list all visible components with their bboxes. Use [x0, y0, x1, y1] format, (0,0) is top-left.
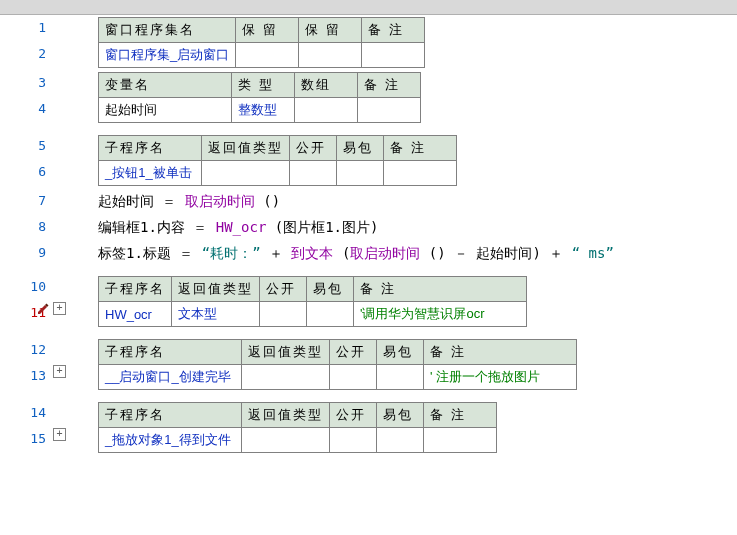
line-number: 2: [0, 41, 70, 67]
col-reserved-1: 保 留: [236, 18, 299, 43]
equals-op: ＝: [193, 219, 207, 235]
subroutine-table[interactable]: 子程序名 返回值类型 公开 易包 备 注 _拖放对象1_得到文件: [98, 402, 497, 453]
line-number: 10: [0, 274, 70, 300]
line-number: 1: [0, 15, 70, 41]
col-reserved-2: 保 留: [299, 18, 362, 43]
remark-cell[interactable]: ' 注册一个拖放图片: [424, 365, 577, 390]
line-number: 9: [0, 240, 70, 266]
string-literal: “耗时：”: [202, 245, 261, 261]
sub-name-cell[interactable]: HW_ocr: [99, 302, 172, 327]
col-sub-name: 子程序名: [99, 136, 202, 161]
subroutine-table[interactable]: 子程序名 返回值类型 公开 易包 备 注 _按钮1_被单击: [98, 135, 457, 186]
col-easypkg: 易包: [377, 340, 424, 365]
table-row[interactable]: _按钮1_被单击: [99, 161, 457, 186]
cell[interactable]: [299, 43, 362, 68]
line-number: 12: [0, 337, 70, 363]
func-call: HW_ocr: [216, 219, 267, 235]
table-row[interactable]: _拖放对象1_得到文件: [99, 428, 497, 453]
col-public: 公开: [290, 136, 337, 161]
col-easypkg: 易包: [307, 277, 354, 302]
line-number: 6: [0, 159, 70, 185]
var-name-cell[interactable]: 起始时间: [99, 98, 232, 123]
expand-toggle[interactable]: +: [53, 365, 66, 378]
col-remark: 备 注: [424, 340, 577, 365]
cell[interactable]: [384, 161, 457, 186]
sub-name-cell[interactable]: _拖放对象1_得到文件: [99, 428, 242, 453]
col-easypkg: 易包: [337, 136, 384, 161]
toolbar: [0, 0, 737, 15]
code-token: () － 起始时间) ＋: [420, 245, 571, 261]
cell[interactable]: [295, 98, 358, 123]
assembly-name-cell[interactable]: 窗口程序集_启动窗口: [99, 43, 236, 68]
code-editor[interactable]: 1 2 窗口程序集名 保 留 保 留 备 注 窗口程序集_启动窗口: [0, 15, 737, 535]
line-number: 15 +: [0, 426, 70, 452]
subroutine-table[interactable]: 子程序名 返回值类型 公开 易包 备 注 HW_ocr 文本型 '调用华为智慧识…: [98, 276, 527, 327]
equals-op: ＝: [162, 193, 176, 209]
expand-toggle[interactable]: +: [53, 302, 66, 315]
cell[interactable]: [358, 98, 421, 123]
cell[interactable]: [290, 161, 337, 186]
remark-cell[interactable]: '调用华为智慧识屏ocr: [354, 302, 527, 327]
expand-toggle[interactable]: +: [53, 428, 66, 441]
col-public: 公开: [330, 340, 377, 365]
cell[interactable]: [260, 302, 307, 327]
table-row[interactable]: 起始时间 整数型: [99, 98, 421, 123]
cell[interactable]: [202, 161, 290, 186]
func-call: 取启动时间: [350, 245, 420, 261]
line-number: 8: [0, 214, 70, 240]
col-remark: 备 注: [354, 277, 527, 302]
equals-op: ＝: [179, 245, 193, 261]
table-row[interactable]: HW_ocr 文本型 '调用华为智慧识屏ocr: [99, 302, 527, 327]
subroutine-table[interactable]: 子程序名 返回值类型 公开 易包 备 注 __启动窗口_创建完毕 ' 注册一个拖…: [98, 339, 577, 390]
col-sub-name: 子程序名: [99, 403, 242, 428]
cell[interactable]: [377, 428, 424, 453]
code-line[interactable]: 编辑框1.内容 ＝ HW_ocr (图片框1.图片): [70, 214, 737, 240]
line-number: 4: [0, 96, 70, 122]
code-token: (: [333, 245, 350, 261]
cell[interactable]: [330, 365, 377, 390]
plus-op: ＋: [261, 245, 292, 261]
code-token: (): [255, 193, 280, 209]
col-public: 公开: [260, 277, 307, 302]
col-return-type: 返回值类型: [202, 136, 290, 161]
code-token: (图片框1.图片): [266, 219, 378, 235]
func-call: 取启动时间: [185, 193, 255, 209]
col-assembly-name: 窗口程序集名: [99, 18, 236, 43]
line-number: 5: [0, 133, 70, 159]
code-line[interactable]: 起始时间 ＝ 取启动时间 (): [70, 188, 737, 214]
line-number: 3: [0, 70, 70, 96]
code-token: [207, 219, 215, 235]
cell[interactable]: [236, 43, 299, 68]
code-token: 起始时间: [98, 193, 162, 209]
cell[interactable]: [307, 302, 354, 327]
variable-table[interactable]: 变量名 类 型 数组 备 注 起始时间 整数型: [98, 72, 421, 123]
cell[interactable]: [377, 365, 424, 390]
sub-name-cell[interactable]: _按钮1_被单击: [99, 161, 202, 186]
line-number: 7: [0, 188, 70, 214]
table-row[interactable]: __启动窗口_创建完毕 ' 注册一个拖放图片: [99, 365, 577, 390]
col-remark: 备 注: [384, 136, 457, 161]
cell[interactable]: [362, 43, 425, 68]
col-sub-name: 子程序名: [99, 340, 242, 365]
return-type-cell[interactable]: 文本型: [172, 302, 260, 327]
table-row[interactable]: 窗口程序集_启动窗口: [99, 43, 425, 68]
line-number: 13 +: [0, 363, 70, 389]
cell[interactable]: [424, 428, 497, 453]
line-number-current: 11 +: [0, 300, 70, 326]
code-line[interactable]: 标签1.标题 ＝ “耗时：” ＋ 到文本 (取启动时间 () － 起始时间) ＋…: [70, 240, 737, 266]
cell[interactable]: [242, 428, 330, 453]
col-remark: 备 注: [362, 18, 425, 43]
var-type-cell[interactable]: 整数型: [232, 98, 295, 123]
code-token: [176, 193, 184, 209]
cell[interactable]: [330, 428, 377, 453]
col-remark: 备 注: [358, 73, 421, 98]
func-call: 到文本: [291, 245, 333, 261]
sub-name-cell[interactable]: __启动窗口_创建完毕: [99, 365, 242, 390]
assembly-table[interactable]: 窗口程序集名 保 留 保 留 备 注 窗口程序集_启动窗口: [98, 17, 425, 68]
cell[interactable]: [337, 161, 384, 186]
line-number: 14: [0, 400, 70, 426]
code-token: 编辑框1.内容: [98, 219, 193, 235]
col-array: 数组: [295, 73, 358, 98]
cell[interactable]: [242, 365, 330, 390]
col-sub-name: 子程序名: [99, 277, 172, 302]
